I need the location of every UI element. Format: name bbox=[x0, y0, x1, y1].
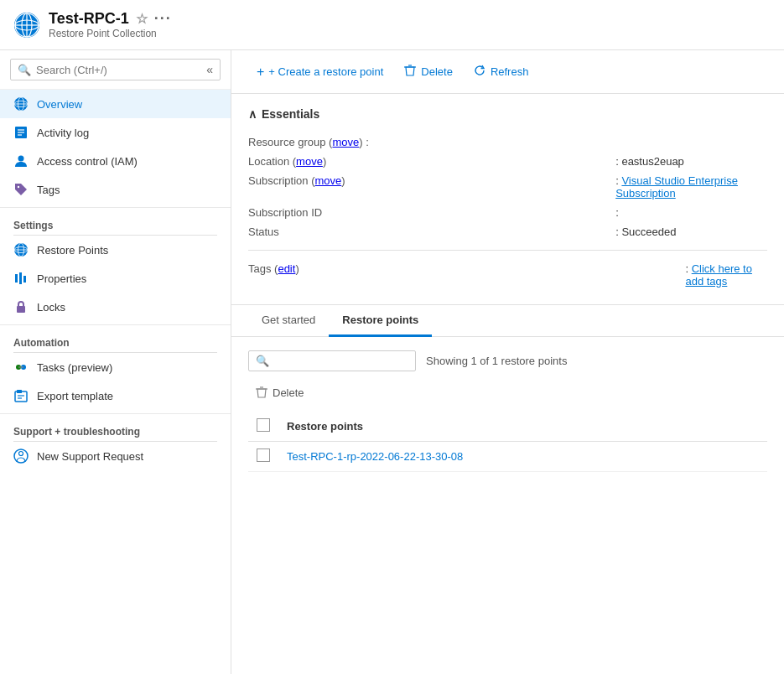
restore-search-wrap[interactable]: 🔍 bbox=[248, 350, 416, 371]
activity-icon bbox=[13, 125, 29, 140]
collapse-button[interactable]: « bbox=[206, 63, 213, 76]
more-options[interactable]: ··· bbox=[154, 10, 172, 28]
sidebar-item-tags-label: Tags bbox=[37, 184, 60, 196]
create-label: + Create a restore point bbox=[268, 65, 383, 78]
create-restore-point-button[interactable]: + + Create a restore point bbox=[248, 60, 392, 85]
subscription-id-label: Subscription ID bbox=[248, 203, 610, 222]
essentials-section: ∧ Essentials Resource group (move) : Loc… bbox=[231, 94, 784, 305]
sidebar-item-properties[interactable]: Properties bbox=[0, 264, 231, 293]
essentials-row-status: Status : Succeeded bbox=[248, 222, 767, 241]
support-section-header: Support + troubleshooting bbox=[0, 413, 231, 441]
subscription-label: Subscription (move) bbox=[248, 171, 610, 203]
resource-subtitle: Restore Point Collection bbox=[49, 28, 172, 39]
delete-icon bbox=[255, 386, 268, 399]
tag-icon bbox=[13, 182, 29, 197]
sidebar: 🔍 « Overview bbox=[0, 50, 231, 674]
sidebar-item-export-template[interactable]: Export template bbox=[0, 381, 231, 410]
status-label: Status bbox=[248, 222, 610, 241]
svg-rect-22 bbox=[23, 276, 26, 283]
rg-label: Resource group (move) : bbox=[248, 132, 610, 152]
automation-section-header: Automation bbox=[0, 324, 231, 352]
sidebar-item-access-control-label: Access control (IAM) bbox=[37, 155, 138, 168]
svg-point-14 bbox=[18, 156, 24, 162]
restore-toolbar: 🔍 Showing 1 of 1 restore points bbox=[248, 350, 767, 371]
search-bar: 🔍 « bbox=[0, 50, 231, 90]
tab-restore-points[interactable]: Restore points bbox=[329, 305, 432, 337]
plus-icon: + bbox=[257, 65, 264, 80]
app-icon bbox=[13, 12, 40, 39]
sidebar-item-tasks-label: Tasks (preview) bbox=[37, 361, 112, 374]
restore-table: Restore points Test-RPC-1-rp-2022-06-22-… bbox=[248, 412, 767, 472]
search-input[interactable] bbox=[36, 64, 201, 76]
favorite-star[interactable]: ☆ bbox=[136, 11, 148, 27]
sidebar-item-tags[interactable]: Tags bbox=[0, 175, 231, 204]
essentials-row-rg: Resource group (move) : bbox=[248, 132, 767, 152]
rg-move-link[interactable]: move bbox=[332, 136, 359, 148]
essentials-row-subscription-id: Subscription ID : bbox=[248, 203, 767, 222]
refresh-icon bbox=[473, 64, 486, 80]
row-checkbox-cell bbox=[248, 442, 278, 472]
restore-delete-label: Delete bbox=[273, 386, 304, 399]
sidebar-item-locks-label: Locks bbox=[37, 301, 65, 314]
restore-point-link[interactable]: Test-RPC-1-rp-2022-06-22-13-30-08 bbox=[287, 450, 463, 463]
restore-points-col-header: Restore points bbox=[278, 412, 767, 442]
svg-point-32 bbox=[19, 452, 23, 456]
resource-title: Test-RPC-1 ☆ ··· bbox=[49, 10, 172, 28]
restore-search-input[interactable] bbox=[274, 355, 408, 367]
tabs: Get started Restore points bbox=[231, 305, 784, 337]
sidebar-item-restore-points[interactable]: Restore Points bbox=[0, 236, 231, 264]
delete-button[interactable]: Delete bbox=[395, 59, 461, 85]
restore-search-icon: 🔍 bbox=[256, 355, 269, 367]
sidebar-item-access-control[interactable]: Access control (IAM) bbox=[0, 147, 231, 175]
svg-rect-28 bbox=[17, 390, 22, 393]
restore-points-content: 🔍 Showing 1 of 1 restore points Delete bbox=[231, 337, 784, 485]
add-tags-link[interactable]: Click here to add tags bbox=[685, 262, 751, 288]
support-icon bbox=[13, 448, 29, 464]
status-value: : Succeeded bbox=[610, 222, 767, 241]
sidebar-item-properties-label: Properties bbox=[37, 272, 86, 285]
sidebar-item-export-template-label: Export template bbox=[37, 390, 113, 402]
tags-table: Tags (edit) : Click here to add tags bbox=[248, 259, 767, 291]
properties-icon bbox=[13, 271, 29, 286]
restore-icon bbox=[13, 242, 29, 257]
settings-section-header: Settings bbox=[0, 207, 231, 235]
sidebar-item-new-support[interactable]: New Support Request bbox=[0, 442, 231, 470]
person-icon bbox=[13, 153, 29, 168]
sidebar-item-activity-log[interactable]: Activity log bbox=[0, 118, 231, 147]
essentials-table: Resource group (move) : Location (move) … bbox=[248, 132, 767, 241]
essentials-row-tags: Tags (edit) : Click here to add tags bbox=[248, 259, 767, 291]
essentials-header: ∧ Essentials bbox=[248, 107, 767, 121]
subscription-link[interactable]: Visual Studio Enterprise Subscription bbox=[615, 174, 738, 200]
rg-value bbox=[610, 132, 767, 152]
sidebar-item-locks[interactable]: Locks bbox=[0, 293, 231, 321]
refresh-button[interactable]: Refresh bbox=[465, 59, 537, 85]
search-wrap[interactable]: 🔍 « bbox=[10, 59, 221, 80]
restore-delete-row: Delete bbox=[248, 381, 767, 403]
sidebar-item-tasks[interactable]: Tasks (preview) bbox=[0, 353, 231, 381]
table-row: Test-RPC-1-rp-2022-06-22-13-30-08 bbox=[248, 442, 767, 472]
tags-edit-link[interactable]: edit bbox=[278, 262, 295, 275]
select-all-checkbox[interactable] bbox=[257, 418, 270, 432]
tags-value: : Click here to add tags bbox=[680, 259, 767, 291]
location-move-link[interactable]: move bbox=[296, 155, 323, 168]
resource-name: Test-RPC-1 bbox=[49, 10, 129, 28]
lock-icon bbox=[13, 299, 29, 314]
svg-rect-20 bbox=[15, 274, 18, 283]
essentials-row-subscription: Subscription (move) : Visual Studio Ente… bbox=[248, 171, 767, 203]
restore-delete-button[interactable]: Delete bbox=[248, 381, 311, 403]
trash-icon bbox=[403, 64, 417, 80]
layout: 🔍 « Overview bbox=[0, 50, 784, 674]
tasks-icon bbox=[13, 360, 29, 375]
restore-table-header: Restore points bbox=[248, 412, 767, 442]
sidebar-item-overview[interactable]: Overview bbox=[0, 90, 231, 118]
subscription-move-link[interactable]: move bbox=[314, 174, 341, 187]
sidebar-item-restore-points-label: Restore Points bbox=[37, 244, 108, 257]
header-title-group: Test-RPC-1 ☆ ··· Restore Point Collectio… bbox=[49, 10, 172, 39]
tab-get-started[interactable]: Get started bbox=[248, 305, 329, 337]
chevron-up-icon: ∧ bbox=[248, 107, 257, 121]
subscription-id-value: : bbox=[610, 203, 767, 222]
tags-label: Tags (edit) bbox=[248, 259, 680, 291]
row-checkbox[interactable] bbox=[257, 448, 270, 462]
header: Test-RPC-1 ☆ ··· Restore Point Collectio… bbox=[0, 0, 784, 50]
sidebar-item-activity-log-label: Activity log bbox=[37, 127, 89, 139]
